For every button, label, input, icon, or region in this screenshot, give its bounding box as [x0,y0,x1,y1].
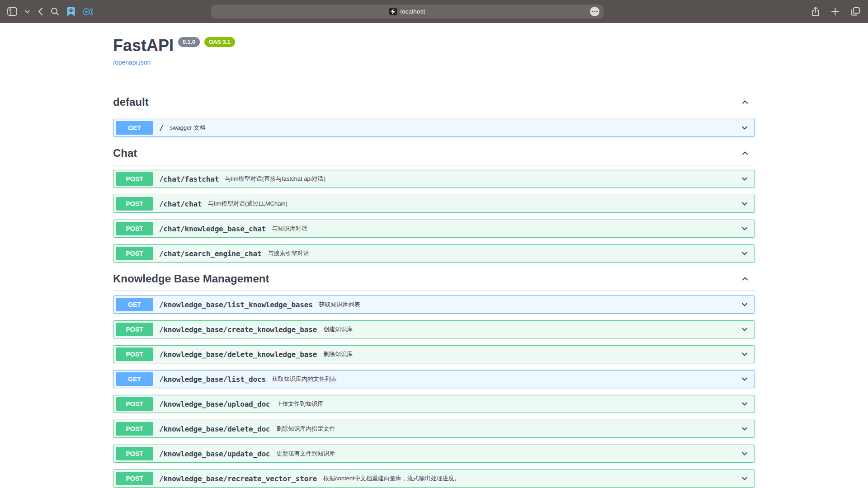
bookmark-extension-button[interactable] [66,6,76,17]
oas-badge: OAS 3.1 [204,37,235,47]
toolbar-right-group [811,0,861,23]
new-tab-button[interactable] [830,7,840,16]
method-badge: POST [116,472,153,485]
method-badge: POST [116,247,153,260]
sidebar-toggle-button[interactable] [6,6,18,17]
show-tabs-button[interactable] [850,6,861,17]
section-header[interactable]: Knowledge Base Management [113,269,755,291]
endpoint-summary: 与llm模型对话(通过LLMChain) [208,200,288,208]
collapse-chevron-up-icon[interactable] [741,274,750,283]
page-menu-button[interactable] [590,7,599,16]
method-badge: POST [116,197,153,211]
endpoint-path: /knowledge_base/update_doc [159,450,270,458]
endpoint-row[interactable]: POST /chat/fastchat 与llm模型对话(直接与fastchat… [113,170,755,188]
expand-chevron-down-icon[interactable] [740,399,749,408]
endpoint-path: /chat/search_engine_chat [159,249,261,258]
live-extension-button[interactable] [82,6,94,17]
method-badge: POST [116,347,153,361]
endpoint-row[interactable]: POST /chat/knowledge_base_chat 与知识库对话 [113,220,755,238]
endpoint-summary: 删除知识库 [323,350,353,358]
share-button[interactable] [811,6,821,17]
endpoint-summary: 根据content中文档重建向量库，流式输出处理进度。 [323,474,460,483]
share-icon [811,7,820,16]
endpoint-list: POST /chat/fastchat 与llm模型对话(直接与fastchat… [113,165,755,263]
endpoint-path: /knowledge_base/upload_doc [159,400,270,408]
method-badge: GET [116,298,153,311]
endpoint-list: GET / swagger 文档 [113,114,755,137]
expand-chevron-down-icon[interactable] [740,375,749,384]
site-favicon [389,8,397,15]
search-button[interactable] [50,6,60,17]
endpoint-path: /knowledge_base/recreate_vector_store [159,474,317,483]
section-title: Knowledge Base Management [113,271,269,286]
method-badge: POST [116,397,153,411]
endpoint-path: /chat/knowledge_base_chat [159,225,266,233]
endpoint-path: /chat/fastchat [159,175,219,183]
live-extension-icon [83,7,93,16]
endpoint-path: / [159,124,163,132]
chevron-down-icon [25,10,30,14]
address-bar[interactable]: localhost [211,5,604,19]
expand-chevron-down-icon[interactable] [740,424,749,433]
endpoint-summary: 更新现有文件到知识库 [276,450,335,458]
method-badge: POST [116,447,153,460]
expand-chevron-down-icon[interactable] [740,325,749,334]
method-badge: POST [116,422,153,436]
collapse-chevron-up-icon[interactable] [741,98,750,107]
search-icon [51,7,59,16]
method-badge: POST [116,222,153,235]
endpoint-summary: 获取知识库内的文件列表 [272,375,337,383]
section-header[interactable]: default [113,93,755,114]
page-menu-icon [592,11,593,12]
sidebar-icon [7,7,17,16]
endpoint-summary: 与llm模型对话(直接与fastchat api对话) [225,175,326,183]
tabs-icon [851,7,860,16]
section-header[interactable]: Chat [113,144,755,165]
method-badge: POST [116,323,153,336]
endpoint-summary: 创建知识库 [323,325,353,333]
endpoint-row[interactable]: POST /knowledge_base/recreate_vector_sto… [113,469,755,488]
api-tag-section: Knowledge Base Management GET /knowledge… [113,269,755,488]
expand-chevron-down-icon[interactable] [740,249,749,258]
swagger-page: FastAPI 0.1.0 OAS 3.1 /openapi.json defa… [0,23,868,488]
collapse-chevron-up-icon[interactable] [741,149,750,158]
endpoint-row[interactable]: GET /knowledge_base/list_knowledge_bases… [113,296,755,314]
api-tag-section: default GET / swagger 文档 [113,93,755,137]
endpoint-path: /knowledge_base/delete_knowledge_base [159,350,317,359]
page-title: FastAPI [113,37,174,55]
endpoint-summary: 上传文件到知识库 [276,400,323,408]
endpoint-row[interactable]: POST /chat/chat 与llm模型对话(通过LLMChain) [113,195,755,213]
expand-chevron-down-icon[interactable] [740,199,749,208]
endpoint-row[interactable]: GET /knowledge_base/list_docs 获取知识库内的文件列… [113,370,755,388]
browser-toolbar: localhost [0,0,868,23]
endpoint-summary: 与搜索引擎对话 [268,249,309,258]
method-badge: GET [116,372,153,386]
endpoint-row[interactable]: POST /knowledge_base/update_doc 更新现有文件到知… [113,445,755,463]
endpoint-row[interactable]: POST /chat/search_engine_chat 与搜索引擎对话 [113,244,755,263]
bookmark-extension-icon [67,7,75,16]
lightning-bolt-icon [391,9,396,14]
endpoint-row[interactable]: POST /knowledge_base/delete_knowledge_ba… [113,345,755,363]
back-arrow-icon [38,7,43,16]
endpoint-row[interactable]: POST /knowledge_base/upload_doc 上传文件到知识库 [113,395,755,413]
endpoint-path: /chat/chat [159,200,202,208]
api-info: FastAPI 0.1.0 OAS 3.1 /openapi.json [113,23,755,66]
endpoint-list: GET /knowledge_base/list_knowledge_bases… [113,291,755,488]
endpoint-row[interactable]: POST /knowledge_base/create_knowledge_ba… [113,320,755,338]
expand-chevron-down-icon[interactable] [740,174,749,183]
expand-chevron-down-icon[interactable] [740,350,749,359]
expand-chevron-down-icon[interactable] [740,449,749,458]
url-text: localhost [400,8,425,15]
expand-chevron-down-icon[interactable] [740,224,749,233]
openapi-spec-link[interactable]: /openapi.json [113,59,151,66]
sidebar-chevron-button[interactable] [24,9,31,14]
expand-chevron-down-icon[interactable] [740,123,749,132]
endpoint-summary: 删除知识库内指定文件 [276,425,335,433]
expand-chevron-down-icon[interactable] [740,474,749,483]
endpoint-row[interactable]: GET / swagger 文档 [113,119,755,137]
endpoint-summary: swagger 文档 [170,124,205,132]
expand-chevron-down-icon[interactable] [740,300,749,309]
back-button[interactable] [37,6,44,17]
endpoint-row[interactable]: POST /knowledge_base/delete_doc 删除知识库内指定… [113,420,755,438]
section-title: Chat [113,145,137,160]
